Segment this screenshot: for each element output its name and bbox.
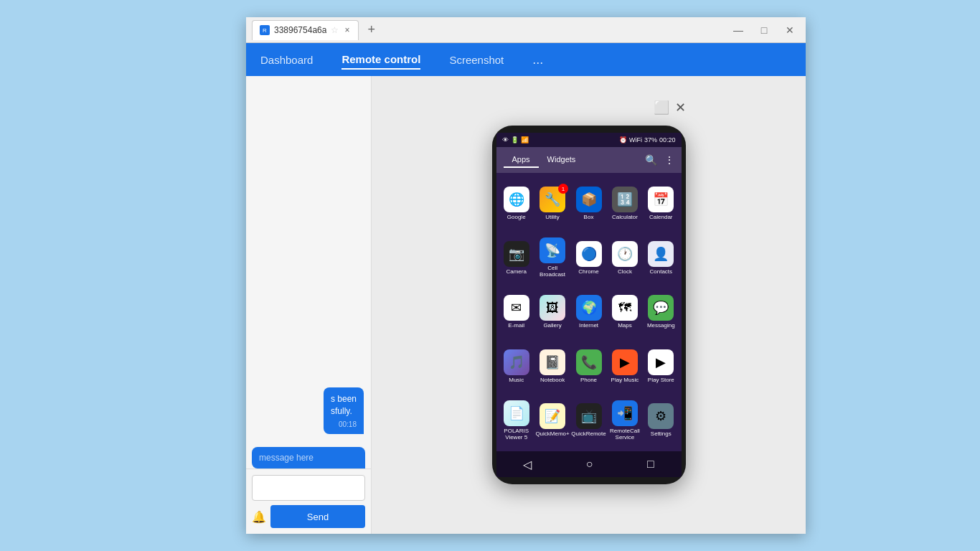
- app-icon-label: Contacts: [650, 268, 673, 276]
- app-icon-img: ⚙: [648, 403, 674, 429]
- apps-tab[interactable]: Apps: [504, 152, 539, 168]
- app-icon-calendar[interactable]: 📅Calendar: [644, 177, 678, 230]
- app-icon-phone[interactable]: 📞Phone: [571, 340, 606, 393]
- app-icon-playmusic[interactable]: ▶Play Music: [608, 340, 642, 393]
- app-icon-gallery[interactable]: 🖼Gallery: [535, 286, 570, 339]
- app-icon-img: 🌐: [504, 187, 529, 212]
- browser-window: R 33896754а6а ☆ × + — □ ✕ Dashboard Remo…: [246, 17, 806, 534]
- chat-bubble: s been sfully. 00:18: [324, 387, 364, 434]
- new-tab-button[interactable]: +: [363, 22, 380, 37]
- app-icon-label: Camera: [506, 268, 526, 276]
- phone-screen: 👁 🔋 📶 ⏰ WiFi 37% 00:20: [496, 133, 682, 477]
- app-icon-clock[interactable]: 🕐Clock: [608, 232, 642, 285]
- tab-close-button[interactable]: ×: [343, 25, 351, 35]
- app-icon-label: Cell Broadcast: [535, 265, 570, 278]
- send-button[interactable]: Send: [270, 505, 365, 528]
- app-icon-img: 🔧1: [540, 187, 565, 212]
- search-icon[interactable]: 🔍: [645, 154, 657, 166]
- app-grid: 🌐Google🔧1Utility📦Box🔢Calculator📅Calendar…: [496, 173, 682, 451]
- app-icon-label: Internet: [579, 322, 598, 329]
- app-icon-label: Phone: [580, 377, 597, 384]
- home-button[interactable]: ○: [586, 458, 593, 471]
- app-icon-email[interactable]: ✉E-mail: [499, 286, 534, 339]
- main-content: ⬜ ✕ 👁 🔋 📶 ⏰: [372, 76, 806, 534]
- chat-input[interactable]: [252, 475, 365, 501]
- app-icon-label: Chrome: [578, 268, 598, 276]
- app-icon-label: Play Store: [648, 377, 674, 384]
- app-icon-img: 📓: [540, 349, 565, 375]
- app-icon-img: 📺: [576, 403, 602, 429]
- app-icon-img: ▶: [612, 349, 638, 375]
- app-icon-cellbroadcast[interactable]: 📡Cell Broadcast: [535, 232, 570, 285]
- tab-title: 33896754а6а: [274, 25, 326, 35]
- app-icon-calculator[interactable]: 🔢Calculator: [608, 177, 642, 230]
- maximize-button[interactable]: □: [754, 20, 774, 40]
- app-icon-google[interactable]: 🌐Google: [499, 177, 534, 230]
- app-icon-remotecallservice[interactable]: 📲RemoteCall Service: [608, 394, 642, 447]
- app-icon-polarisviewer[interactable]: 📄POLARIS Viewer 5: [499, 394, 534, 447]
- nav-dashboard[interactable]: Dashboard: [260, 51, 313, 69]
- nav-screenshot[interactable]: Screenshot: [449, 51, 504, 69]
- battery-icon: 🔋: [511, 136, 519, 143]
- app-icon-settings[interactable]: ⚙Settings: [644, 394, 678, 447]
- app-icon-img: ▶: [648, 349, 674, 375]
- app-icon-maps[interactable]: 🗺Maps: [608, 286, 642, 339]
- fullscreen-button[interactable]: ⬜: [654, 100, 669, 116]
- chat-footer: 🔔 Send: [252, 505, 365, 528]
- app-icon-messaging[interactable]: 💬Messaging: [644, 286, 678, 339]
- close-button[interactable]: ✕: [780, 20, 800, 40]
- overflow-icon[interactable]: ⋮: [664, 154, 674, 166]
- widgets-tab[interactable]: Widgets: [539, 152, 585, 168]
- app-icon-label: QuickMemo+: [535, 430, 569, 438]
- chat-time: 00:18: [331, 420, 357, 428]
- app-icon-label: POLARIS Viewer 5: [499, 428, 534, 441]
- app-icon-label: Clock: [618, 268, 632, 276]
- app-icon-img: 📡: [540, 237, 565, 263]
- app-icon-label: E-mail: [508, 322, 524, 329]
- app-icon-label: QuickRemote: [571, 430, 606, 438]
- recents-button[interactable]: □: [647, 458, 654, 471]
- star-icon[interactable]: ☆: [331, 25, 339, 35]
- phone-close-button[interactable]: ✕: [675, 100, 686, 116]
- nav-remote-control[interactable]: Remote control: [341, 50, 420, 70]
- app-icon-contacts[interactable]: 👤Contacts: [644, 232, 678, 285]
- app-icon-img: 📝: [540, 403, 565, 429]
- app-icon-img: 🔢: [612, 187, 638, 212]
- browser-tab[interactable]: R 33896754а6а ☆ ×: [252, 20, 359, 40]
- app-icon-music[interactable]: 🎵Music: [499, 340, 534, 393]
- eye-icon: 👁: [502, 136, 509, 143]
- content-area: s been sfully. 00:18 message here 🔔 Send: [246, 76, 806, 534]
- app-icon-img: 🌍: [576, 295, 602, 321]
- app-icon-quickremote[interactable]: 📺QuickRemote: [571, 394, 606, 447]
- app-icon-img: 🗺: [612, 295, 638, 321]
- app-icon-label: Gallery: [543, 322, 561, 329]
- back-button[interactable]: ◁: [523, 458, 532, 471]
- chat-bubble-text: s been sfully.: [331, 393, 357, 418]
- app-icon-label: Maps: [618, 322, 632, 329]
- notification-button[interactable]: 🔔: [252, 510, 266, 524]
- app-icon-img: 📄: [504, 400, 529, 426]
- app-icon-box[interactable]: 📦Box: [571, 177, 606, 230]
- app-icon-label: Utility: [545, 214, 560, 221]
- app-icon-utility[interactable]: 🔧1Utility: [535, 177, 570, 230]
- app-icon-playstore[interactable]: ▶Play Store: [644, 340, 678, 393]
- app-icon-internet[interactable]: 🌍Internet: [571, 286, 606, 339]
- app-icon-img: 📅: [648, 187, 674, 212]
- app-icon-img: 🎵: [504, 349, 529, 375]
- app-icon-label: Notebook: [540, 377, 565, 384]
- app-icon-img: 👤: [648, 241, 674, 267]
- chat-messages: s been sfully. 00:18: [246, 76, 371, 441]
- app-icon-label: Google: [507, 214, 526, 221]
- app-icon-notebook[interactable]: 📓Notebook: [535, 340, 570, 393]
- minimize-button[interactable]: —: [728, 20, 748, 40]
- app-icon-chrome[interactable]: 🔵Chrome: [571, 232, 606, 285]
- chat-panel: s been sfully. 00:18 message here 🔔 Send: [246, 76, 372, 534]
- app-icon-camera[interactable]: 📷Camera: [499, 232, 534, 285]
- signal-icon: 📶: [521, 136, 529, 143]
- app-icon-quickmemo[interactable]: 📝QuickMemo+: [535, 394, 570, 447]
- wifi-icon: WiFi: [629, 136, 642, 143]
- phone-wrapper: ⬜ ✕ 👁 🔋 📶 ⏰: [492, 126, 686, 484]
- nav-more-button[interactable]: ...: [532, 52, 543, 67]
- app-icon-label: Calculator: [612, 214, 638, 221]
- app-icon-label: Calendar: [649, 214, 672, 221]
